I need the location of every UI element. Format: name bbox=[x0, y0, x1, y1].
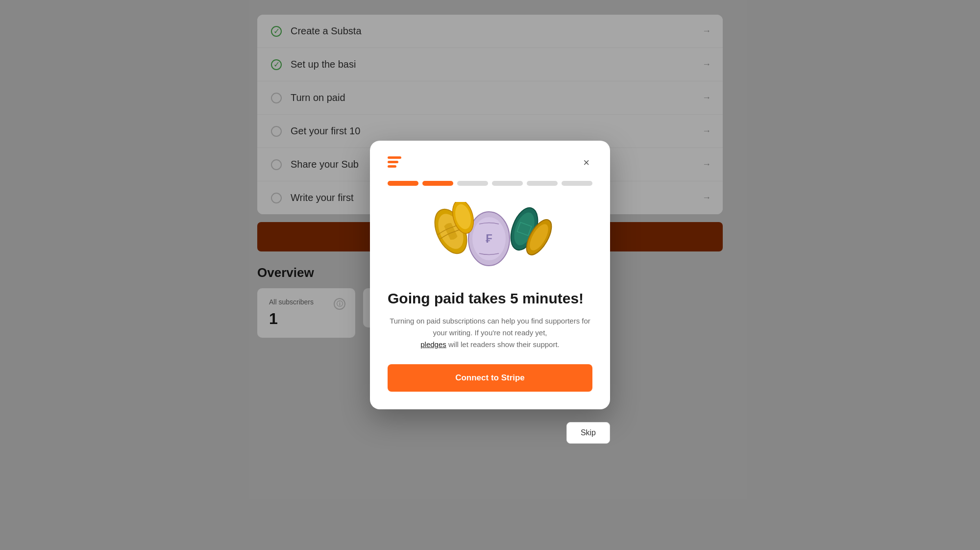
coins-illustration: ₣ bbox=[388, 200, 592, 278]
logo-bar-2 bbox=[388, 161, 398, 163]
close-button[interactable]: × bbox=[580, 156, 592, 169]
progress-dot-5 bbox=[527, 181, 558, 186]
modal-wrapper: × bbox=[370, 141, 610, 409]
modal-title: Going paid takes 5 minutes! bbox=[388, 290, 592, 307]
modal-dialog: × bbox=[370, 141, 610, 409]
skip-button[interactable]: Skip bbox=[566, 422, 610, 444]
progress-dot-2 bbox=[422, 181, 453, 186]
progress-dot-3 bbox=[457, 181, 488, 186]
modal-desc-text: Turning on paid subscriptions can help y… bbox=[390, 317, 590, 337]
logo-bar-1 bbox=[388, 156, 401, 159]
modal-description: Turning on paid subscriptions can help y… bbox=[388, 315, 592, 350]
progress-dot-4 bbox=[492, 181, 523, 186]
progress-dot-1 bbox=[388, 181, 418, 186]
svg-text:₣: ₣ bbox=[486, 232, 492, 245]
modal-desc-end-text: will let readers show their support. bbox=[448, 340, 560, 349]
modal-overlay: × bbox=[0, 0, 980, 550]
logo-bar-3 bbox=[388, 165, 396, 168]
modal-header: × bbox=[388, 156, 592, 169]
pledges-link[interactable]: pledges bbox=[420, 340, 446, 349]
substack-logo bbox=[388, 156, 401, 168]
progress-dot-6 bbox=[562, 181, 592, 186]
connect-stripe-button[interactable]: Connect to Stripe bbox=[388, 364, 592, 392]
progress-bar bbox=[388, 181, 592, 186]
